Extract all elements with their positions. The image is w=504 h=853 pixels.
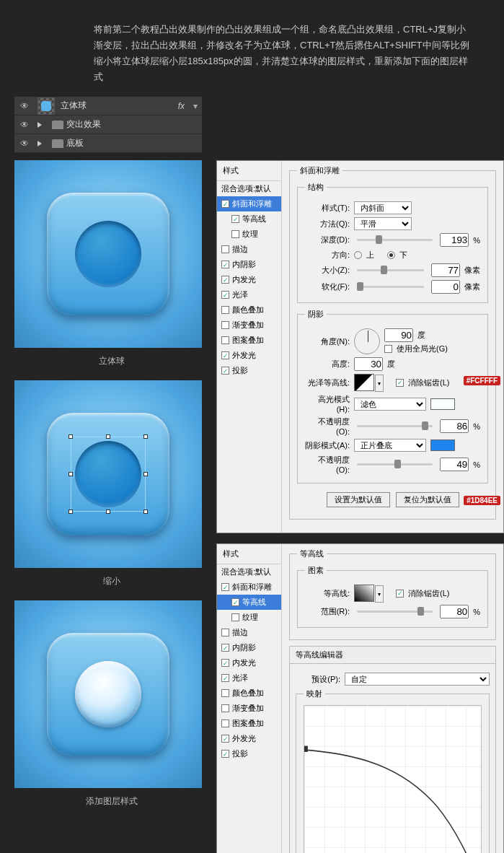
angle-input[interactable] xyxy=(384,328,413,342)
bevel-item[interactable]: 斜面和浮雕 xyxy=(217,196,281,211)
layer-name[interactable]: 突出效果 xyxy=(63,118,202,131)
visibility-icon[interactable]: 👁 xyxy=(14,101,35,111)
patt-overlay-item[interactable]: 图案叠加 xyxy=(217,716,281,731)
contour-item[interactable]: 等高线 xyxy=(217,211,281,227)
checkbox[interactable] xyxy=(221,629,229,637)
visibility-icon[interactable]: 👁 xyxy=(14,120,35,130)
hi-opacity-slider[interactable] xyxy=(357,425,433,427)
expand-icon[interactable] xyxy=(37,141,42,146)
grad-overlay-item[interactable]: 渐变叠加 xyxy=(217,701,281,716)
layer-name[interactable]: 底板 xyxy=(63,137,202,149)
shadow-mode-select[interactable]: 正片叠底 xyxy=(354,439,426,452)
contour-picker[interactable] xyxy=(354,585,374,602)
inner-shadow-item[interactable]: 内阴影 xyxy=(217,640,281,655)
global-light-checkbox[interactable] xyxy=(384,345,392,353)
checkbox[interactable] xyxy=(231,598,239,606)
range-slider[interactable] xyxy=(357,611,433,613)
depth-slider[interactable] xyxy=(357,239,433,241)
color-overlay-item[interactable]: 颜色叠加 xyxy=(217,686,281,701)
checkbox[interactable] xyxy=(221,291,229,299)
satin-item[interactable]: 光泽 xyxy=(217,287,281,302)
checkbox[interactable] xyxy=(231,215,239,223)
layer-row[interactable]: 👁 突出效果 xyxy=(14,115,202,134)
layer-row[interactable]: 👁 底板 xyxy=(14,134,202,153)
texture-item[interactable]: 纹理 xyxy=(217,227,281,242)
satin-item[interactable]: 光泽 xyxy=(217,670,281,686)
checkbox[interactable] xyxy=(221,735,229,743)
checkbox[interactable] xyxy=(221,583,229,591)
checkbox[interactable] xyxy=(231,613,239,621)
checkbox[interactable] xyxy=(221,351,229,359)
sh-opacity-input[interactable] xyxy=(440,458,469,471)
label: 等高线: xyxy=(305,588,350,599)
shadow-color[interactable] xyxy=(430,439,455,451)
checkbox[interactable] xyxy=(221,367,229,375)
dir-down-radio[interactable] xyxy=(387,251,395,259)
method-select[interactable]: 平滑 xyxy=(354,217,412,230)
checkbox[interactable] xyxy=(221,719,229,727)
stroke-item[interactable]: 描边 xyxy=(217,625,281,640)
visibility-icon[interactable]: 👁 xyxy=(14,139,35,149)
checkbox[interactable] xyxy=(221,276,229,284)
checkbox[interactable] xyxy=(221,659,229,667)
checkbox[interactable] xyxy=(221,336,229,344)
dir-up-radio[interactable] xyxy=(354,251,362,259)
outer-glow-item[interactable]: 外发光 xyxy=(217,348,281,363)
blend-options[interactable]: 混合选项:默认 xyxy=(217,181,281,196)
checkbox[interactable] xyxy=(231,230,239,238)
depth-input[interactable] xyxy=(440,233,469,247)
layer-name[interactable]: 立体球 xyxy=(58,100,174,112)
outer-glow-item[interactable]: 外发光 xyxy=(217,731,281,746)
inner-shadow-item[interactable]: 内阴影 xyxy=(217,257,281,272)
drop-shadow-item[interactable]: 投影 xyxy=(217,363,281,378)
patt-overlay-item[interactable]: 图案叠加 xyxy=(217,333,281,348)
grad-overlay-item[interactable]: 渐变叠加 xyxy=(217,318,281,333)
drop-shadow-item[interactable]: 投影 xyxy=(217,746,281,761)
soft-input[interactable] xyxy=(431,280,460,294)
checkbox[interactable] xyxy=(221,245,229,253)
inner-glow-item[interactable]: 内发光 xyxy=(217,655,281,670)
sh-opacity-slider[interactable] xyxy=(357,463,433,465)
chevron-down-icon[interactable]: ▾ xyxy=(189,101,202,111)
range-input[interactable] xyxy=(440,605,469,618)
checkbox[interactable] xyxy=(221,704,229,712)
style-header: 样式 xyxy=(217,161,281,181)
label: 软化(F): xyxy=(305,281,350,292)
checkbox[interactable] xyxy=(221,200,229,208)
checkbox[interactable] xyxy=(221,644,229,652)
antialias-checkbox[interactable] xyxy=(396,590,404,598)
soft-slider[interactable] xyxy=(357,286,424,288)
layer-row[interactable]: 👁 立体球 fx ▾ xyxy=(14,97,202,115)
reset-default-button[interactable]: 复位为默认值 xyxy=(396,492,459,507)
gloss-contour[interactable] xyxy=(354,374,374,391)
size-input[interactable] xyxy=(431,263,460,277)
checkbox[interactable] xyxy=(221,306,229,314)
blend-options[interactable]: 混合选项:默认 xyxy=(217,564,281,579)
checkbox[interactable] xyxy=(221,674,229,682)
contour-item[interactable]: 等高线 xyxy=(217,595,281,610)
inner-glow-item[interactable]: 内发光 xyxy=(217,272,281,287)
fx-badge[interactable]: fx xyxy=(174,101,189,111)
size-slider[interactable] xyxy=(357,269,424,271)
set-default-button[interactable]: 设置为默认值 xyxy=(327,492,390,507)
bevel-item[interactable]: 斜面和浮雕 xyxy=(217,579,281,595)
checkbox[interactable] xyxy=(221,321,229,329)
antialias-checkbox[interactable] xyxy=(396,379,404,387)
contour-editor-title: 等高线编辑器 xyxy=(289,646,496,664)
checkbox[interactable] xyxy=(221,261,229,268)
checkbox[interactable] xyxy=(221,689,229,697)
checkbox[interactable] xyxy=(221,750,229,758)
style-select[interactable]: 内斜面 xyxy=(354,201,412,214)
contour-curve[interactable] xyxy=(304,705,482,853)
contour-panel: 等高线 图素 等高线:消除锯齿(L) 范围(R):% 等高线编辑器 预设(P):… xyxy=(282,544,503,853)
texture-item[interactable]: 纹理 xyxy=(217,610,281,625)
stroke-item[interactable]: 描边 xyxy=(217,242,281,257)
color-overlay-item[interactable]: 颜色叠加 xyxy=(217,302,281,318)
preset-select[interactable]: 自定 xyxy=(345,673,490,686)
hi-opacity-input[interactable] xyxy=(440,419,469,433)
highlight-color[interactable] xyxy=(430,398,455,410)
altitude-input[interactable] xyxy=(354,357,383,371)
expand-icon[interactable] xyxy=(37,122,42,128)
highlight-mode-select[interactable]: 滤色 xyxy=(354,398,426,411)
angle-dial[interactable] xyxy=(354,328,380,354)
